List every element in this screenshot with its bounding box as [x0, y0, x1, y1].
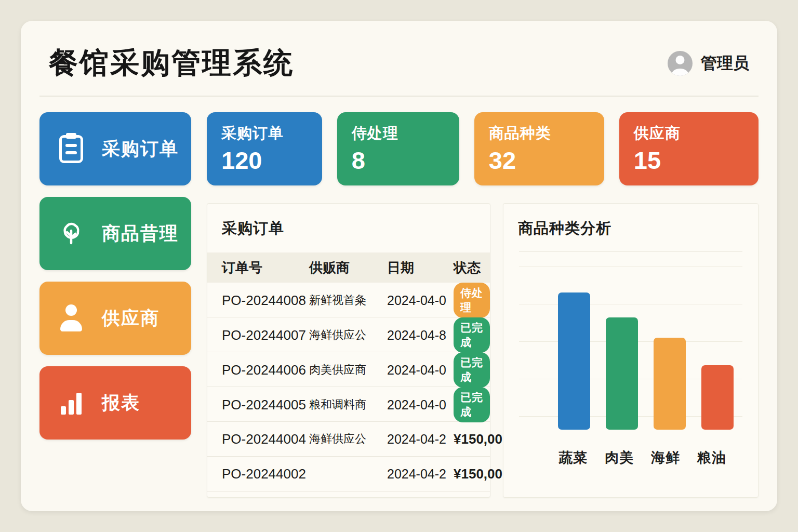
category-chart-panel: 商品种类分析 蔬菜肉美海鲜粮油 [503, 203, 759, 498]
sidebar-item-products[interactable]: 商品昔理 [39, 197, 191, 270]
supplier-cell: 新鲜视首粂 [309, 292, 387, 308]
chart-x-axis-labels: 蔬菜肉美海鲜粮油 [558, 448, 727, 467]
order-row[interactable]: PO-20244006肉美供应商2024-04-0已完成 [207, 352, 490, 387]
bar-海鲜 [654, 338, 686, 430]
order-number-cell: PO-20244008 [222, 292, 309, 309]
chart-plot-area [558, 268, 727, 430]
bar-chart: 蔬菜肉美海鲜粮油 [519, 257, 742, 497]
date-cell: 2024-04-2 [387, 467, 454, 482]
supplier-cell: 海鲜供应公 [309, 431, 387, 447]
stat-label: 供应商 [634, 123, 744, 144]
user-name: 管理员 [701, 52, 749, 74]
sidebar-item-reports[interactable]: 报表 [39, 366, 191, 440]
col-date: 日期 [387, 259, 454, 277]
chart-title-divider [519, 251, 742, 252]
order-row[interactable]: PO-202440022024-04-2¥150,00 [207, 457, 490, 491]
bar-肉美 [606, 317, 638, 430]
sidebar-item-suppliers[interactable]: 供应商 [39, 282, 191, 355]
order-number-cell: PO-20244006 [222, 362, 309, 378]
status-badge: 已完成 [454, 352, 490, 388]
stat-card-suppliers[interactable]: 供应商 15 [619, 112, 759, 185]
date-cell: 2024-04-0 [387, 397, 454, 413]
order-row[interactable]: PO-20244007海鲜供应公2024-04-8已完成 [207, 317, 490, 352]
header-divider [39, 96, 759, 97]
user-avatar-icon [668, 51, 693, 76]
amount-cell: ¥150,00 [454, 466, 502, 482]
order-row[interactable]: PO-20244005粮和调料商2024-04-0已完成 [207, 387, 490, 422]
date-cell: 2024-04-8 [387, 328, 454, 343]
user-menu[interactable]: 管理员 [668, 51, 749, 76]
x-axis-label: 海鲜 [650, 448, 681, 467]
sidebar-item-label: 商品昔理 [102, 221, 179, 246]
order-number-cell: PO-20244005 [222, 397, 309, 413]
stat-value: 120 [221, 146, 308, 175]
sidebar: 采购订单 商品昔理 供应商 [39, 112, 191, 498]
stat-card-purchase-orders[interactable]: 采购订单 120 [207, 112, 322, 185]
x-axis-label: 粮油 [696, 448, 727, 467]
sidebar-item-label: 采购订单 [102, 137, 179, 161]
orders-panel: 采购订单 订单号 供贩商 日期 状态 PO-20244008新鲜视首粂2024-… [207, 203, 490, 498]
clipboard-icon [56, 134, 86, 164]
orders-panel-title: 采购订单 [207, 204, 490, 239]
date-cell: 2024-04-0 [387, 363, 454, 378]
status-badge: 侍处理 [454, 283, 490, 318]
col-order-number: 订单号 [222, 259, 309, 277]
chart-title: 商品种类分析 [503, 204, 758, 239]
amount-cell: ¥150,00 [454, 431, 502, 447]
order-number-cell: PO-20244002 [222, 466, 309, 482]
sidebar-item-label: 供应商 [102, 306, 159, 330]
stat-value: 32 [489, 146, 590, 175]
stat-card-pending[interactable]: 侍处理 8 [337, 112, 459, 185]
stat-card-product-types[interactable]: 商品种类 32 [474, 112, 604, 185]
stat-label: 侍处理 [352, 123, 445, 144]
col-supplier: 供贩商 [309, 259, 387, 277]
orders-table-header: 订单号 供贩商 日期 状态 [207, 252, 490, 283]
order-number-cell: PO-20244004 [222, 431, 309, 447]
stat-label: 采购订单 [221, 123, 308, 144]
date-cell: 2024-04-0 [387, 293, 454, 308]
x-axis-label: 肉美 [604, 448, 635, 467]
sidebar-item-purchase-orders[interactable]: 采购订单 [39, 112, 191, 185]
chart-gridline [519, 267, 742, 267]
person-icon [56, 303, 86, 334]
orders-table-body: PO-20244008新鲜视首粂2024-04-0侍处理PO-20244007海… [207, 283, 490, 497]
page-title: 餐馆采购管理系统 [49, 44, 294, 83]
supplier-cell: 粮和调料商 [309, 397, 387, 413]
order-row[interactable]: PO-20244004海鲜供应公2024-04-2¥150,00 [207, 422, 490, 457]
stats-row: 采购订单 120 侍处理 8 商品种类 32 供应商 15 [207, 112, 759, 185]
supplier-cell: 肉美供应商 [309, 362, 387, 378]
status-badge: 已完成 [454, 317, 490, 353]
date-cell: 2024-04-2 [387, 432, 454, 447]
bar-粮油 [701, 365, 734, 430]
status-badge: 已完成 [454, 387, 490, 422]
col-status: 状态 [454, 259, 490, 277]
bar-chart-icon [56, 388, 86, 418]
supplier-cell: 海鲜供应公 [309, 327, 387, 343]
order-row[interactable]: PO-20244008新鲜视首粂2024-04-0侍处理 [207, 283, 490, 317]
bar-蔬菜 [558, 292, 590, 430]
header: 餐馆采购管理系统 管理员 [39, 38, 759, 83]
app-window: 餐馆采购管理系统 管理员 采购订单 [21, 21, 777, 511]
stat-value: 8 [352, 146, 445, 175]
stat-value: 15 [634, 146, 744, 175]
stat-label: 商品种类 [489, 123, 590, 144]
x-axis-label: 蔬菜 [558, 448, 589, 467]
sidebar-item-label: 报表 [102, 391, 140, 415]
produce-icon [56, 219, 86, 249]
order-number-cell: PO-20244007 [222, 327, 309, 343]
